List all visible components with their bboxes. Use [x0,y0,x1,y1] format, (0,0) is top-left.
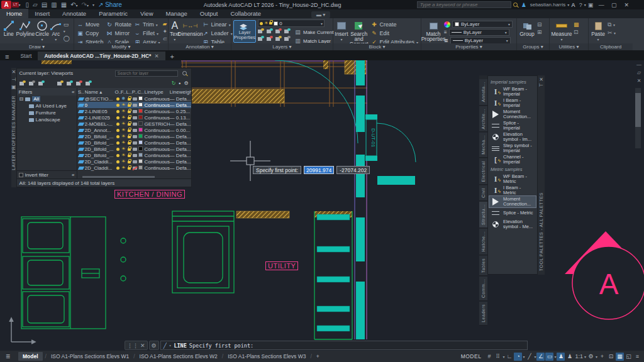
layer-on-icon[interactable] [115,153,121,158]
ribbon-tab-insert[interactable]: Insert [28,9,56,18]
layer-on-icon[interactable] [115,146,121,152]
layer-row[interactable]: 2-LINIE05☀Continuous— 0.25... [77,108,191,114]
layer-isolate-icon[interactable] [267,28,273,34]
undo-icon[interactable]: ↶▾ [70,1,77,8]
line-button[interactable]: Line [1,20,16,37]
collapse-filters2-icon[interactable]: « [72,172,74,178]
new-layer-icon[interactable] [57,80,64,86]
tool-palette-tab-leaders[interactable]: Leaders [479,302,487,326]
panel-label-layers[interactable]: Layers ▾ [231,43,333,50]
new-layout-button[interactable]: + [312,353,324,359]
layer-color-swatch[interactable] [138,115,143,121]
layer-freeze-icon[interactable]: ☀ [121,165,126,170]
layer-freeze-icon[interactable]: ☀ [121,121,126,126]
dynamic-input-y-field[interactable]: -27074.202 [336,166,370,174]
open-icon[interactable]: ▱ [33,1,38,8]
drawing-restore-icon[interactable]: ▱ [637,70,641,75]
logo-caret-icon[interactable]: ▾ [19,3,21,7]
isolate-objects-icon[interactable]: ⊡ [607,353,615,361]
panel-label-modify[interactable]: Modify ▾ [74,43,168,50]
file-tab-drawing[interactable]: Autodesk AutoCAD ...Tiny_House-2D_HC* ✕ [38,52,165,60]
layer-palette-autohide-icon[interactable]: ⊣ [11,77,16,82]
status-menu-icon[interactable]: ≡ [633,353,641,361]
ribbon-tab-view[interactable]: View [134,9,159,18]
layer-freeze-icon[interactable]: ☀ [121,153,126,158]
layer-color-swatch[interactable] [138,102,143,108]
layer-color-swatch[interactable] [138,146,143,152]
command-grip[interactable]: ⋮⋮ ✕ [125,341,148,350]
save-icon[interactable]: ▤ [42,1,47,8]
tool-palette-tab-tables[interactable]: Tables [479,256,487,276]
share-icon[interactable]: ↗ Share [98,1,122,8]
panel-label-properties[interactable]: Properties ▾ [421,43,516,50]
arc-button[interactable]: Arc ▾ [50,20,62,42]
command-input[interactable]: ╱ ▾ LINE Specify first point: [160,341,528,350]
polar-tracking-icon-caret[interactable]: ▾ [523,354,525,359]
layer-list-header[interactable]: S.. Name ▴ O.. F.. L.. P.. C.. Linetype … [77,88,191,96]
drawing-close-icon[interactable]: ✕ [637,78,641,84]
layer-on-icon[interactable] [115,165,121,171]
crosshair-toggle-icon[interactable]: + [598,353,606,361]
layer-lock-icon[interactable] [126,102,132,108]
layer-color-swatch[interactable] [138,134,143,140]
model-space-label[interactable]: MODEL [461,353,482,359]
status-menu-hamburger-icon[interactable]: ≡ [0,352,16,361]
layer-plot-icon[interactable] [132,134,138,140]
settings-gear-icon[interactable]: ⚙ [184,80,188,86]
linear-button[interactable]: ⊢Linear ▾ [203,21,233,28]
user-caret-icon[interactable]: ▾ [567,3,569,7]
circle-button[interactable]: Circle ▾ [35,20,50,42]
layer-plot-icon[interactable] [132,121,138,127]
edit-block-button[interactable]: ✎Edit [370,30,418,37]
layer-on-all-icon[interactable] [258,36,264,41]
layer-row[interactable]: @SECTIO...❄Continuous— Defa... [77,96,191,102]
user-icon[interactable]: ♟ [521,2,526,8]
layer-lock-icon[interactable] [126,159,132,165]
tool-palette-close-icon[interactable]: ✕ [539,77,543,82]
layer-plot-icon[interactable] [132,146,138,152]
ribbon-tab-home[interactable]: Home [0,9,28,18]
tool-palette-item[interactable]: IϟI Beam - Imperial [489,97,536,109]
tool-palette-item[interactable]: IϟWF Beam - Imperial [489,86,536,97]
layer-row[interactable]: 2D_Claddi...☀Continuous— Defa... [77,158,191,165]
layout-tab-1[interactable]: ISO A1-Plans Sections Elevs W1 [47,353,133,359]
clean-screen-icon[interactable]: ◱ [625,353,633,361]
search-convert-button[interactable]: ▶ Search and Convert [348,20,370,47]
filter-tree-node[interactable]: Landscape [17,116,77,123]
layer-dropdown[interactable]: ☀ 0 ▾ [258,19,325,27]
ungroup-icon[interactable]: ⊟ [537,21,542,28]
rotate-button[interactable]: ↻Rotate [106,21,132,28]
dynamic-input-x-field[interactable]: 20991.974 [304,166,334,174]
model-tab[interactable]: Model [18,352,43,361]
filter-tree-node[interactable]: Furniture [17,109,77,116]
layer-lock-icon[interactable] [126,96,132,102]
layer-on-icon[interactable] [115,134,121,140]
layer-freeze-icon[interactable]: ☀ [121,159,126,164]
rectangle-icon[interactable]: ▭ ▾ [64,21,71,34]
layer-on-icon[interactable] [115,159,121,165]
layer-freeze-icon[interactable]: ☀ [121,115,126,120]
tool-palette-autohide-icon[interactable]: ⊢ [539,82,543,88]
layer-freeze-icon[interactable]: ☀ [121,102,126,107]
arc-caret-icon[interactable]: ▾ [55,37,57,43]
isodraft-icon[interactable]: ╱ [525,353,533,361]
ribbon-tab-output[interactable]: Output [194,9,225,18]
lineweight-dropdown[interactable]: ByLayer▾ [449,29,509,36]
tool-palette-item[interactable]: Moment Connection... [489,109,536,120]
filter-tree-node[interactable]: All Used Laye [17,102,77,109]
group-button[interactable]: Group [518,20,536,37]
tool-palette-item[interactable]: Splice - Metric [489,207,536,219]
customization-gear-icon-caret[interactable]: ▾ [596,354,597,359]
panel-label-block[interactable]: Block ▾ [333,43,421,50]
layer-plot-icon[interactable] [132,96,138,102]
panel-label-utilities[interactable]: Utilities ▾ [550,43,588,50]
annotation-scale[interactable]: 1:1 [574,353,584,361]
layer-on-icon[interactable] [115,96,121,102]
layout-tab-2[interactable]: ISO A1-Plans Sections Elevs W2 [135,353,222,359]
layer-off-icon[interactable] [258,28,264,34]
layer-row[interactable]: 0☀Continuous— Defa... [77,102,191,108]
refresh-icon[interactable]: ↻ [172,80,176,86]
move-button[interactable]: ↔Move [77,21,104,28]
tool-palette-item[interactable]: Step symbol - Imperial [489,143,536,154]
layer-hscrollbar[interactable] [82,176,155,178]
